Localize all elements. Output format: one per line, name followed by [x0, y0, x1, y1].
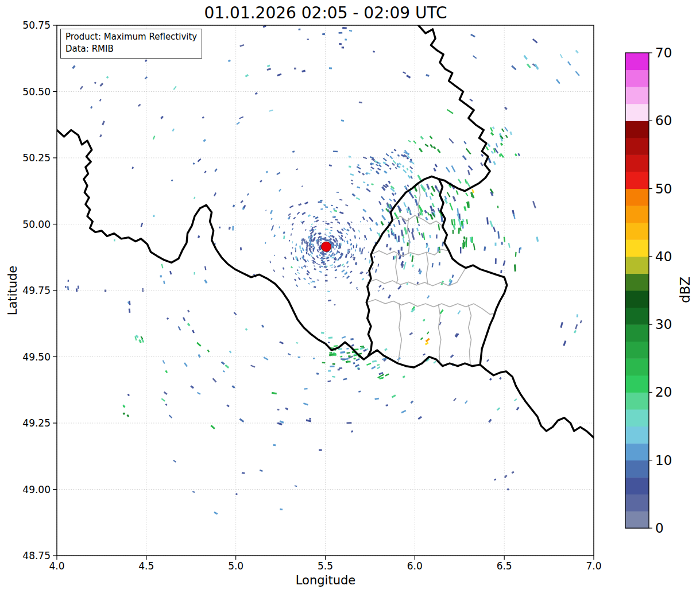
echo-cluster-ne-green-small — [408, 135, 436, 152]
radar-figure: 4.04.55.05.56.06.57.050.7550.5050.2550.0… — [0, 0, 700, 597]
echo-cluster-sw-green-spot — [122, 405, 129, 417]
y-tick-label: 50.50 — [22, 86, 51, 98]
echo-cluster-nw-scatter — [99, 74, 249, 231]
echo-cluster-far-nw — [72, 59, 147, 108]
echo-cluster-north-band — [329, 150, 415, 191]
echo-cluster-right-low — [494, 471, 514, 491]
colorbar: 010203040506070 — [625, 45, 672, 536]
colorbar-label: dBZ — [678, 277, 693, 303]
x-axis-label: Longitude — [57, 573, 594, 587]
echo-cluster-sw-teal-spot — [134, 336, 144, 343]
echo-cluster-south-border — [298, 332, 388, 378]
echo-cluster-right-mid — [560, 314, 582, 346]
y-tick-label: 50.75 — [22, 20, 51, 31]
x-tick-label: 6.0 — [407, 560, 423, 572]
y-tick-label: 49.25 — [22, 417, 51, 429]
echo-cluster-west-scatter — [105, 223, 207, 338]
radar-echoes — [65, 25, 582, 514]
x-tick-label: 4.5 — [138, 560, 154, 572]
colorbar-tick-label: 10 — [655, 453, 672, 468]
echo-cluster-left-edge-spot — [65, 280, 79, 292]
axis-tick-labels: 4.04.55.05.56.06.57.050.7550.5050.2550.0… — [22, 20, 601, 572]
data-source-line: Data: RMIB — [65, 43, 197, 55]
echo-cluster-bottom-sparse — [173, 460, 297, 515]
product-info-box: Product: Maximum Reflectivity Data: RMIB — [60, 29, 202, 59]
echo-cluster-radar-clutter — [214, 168, 404, 305]
product-line: Product: Maximum Reflectivity — [65, 31, 197, 43]
y-tick-label: 49.50 — [22, 351, 51, 363]
echo-cluster-south-border-green-e — [346, 347, 363, 362]
gridlines — [57, 25, 594, 556]
y-tick-label: 50.25 — [22, 152, 51, 164]
y-tick-label: 49.75 — [22, 285, 51, 296]
echo-cluster-ne-top — [470, 34, 539, 70]
echo-cluster-lux-north — [369, 164, 462, 272]
echo-cluster-ne-green-a — [456, 181, 475, 211]
x-tick-label: 5.5 — [318, 560, 333, 572]
colorbar-tick-label: 30 — [655, 317, 672, 332]
y-tick-label: 50.00 — [22, 219, 51, 230]
echo-cluster-south-scatter — [212, 349, 422, 451]
x-tick-label: 7.0 — [586, 560, 601, 572]
colorbar-tick-label: 0 — [655, 521, 664, 536]
x-tick-label: 4.0 — [49, 560, 64, 572]
echo-cluster-ne-green-c — [462, 237, 473, 249]
echo-cluster-top-mid — [298, 29, 374, 53]
y-axis-label: Latitude — [6, 266, 20, 315]
echo-cluster-sw-scatter — [127, 272, 299, 429]
radar-map-canvas: 4.04.55.05.56.06.57.050.7550.5050.2550.0… — [0, 0, 700, 597]
echo-cluster-nw-of-radar — [239, 116, 321, 235]
y-tick-label: 48.75 — [22, 550, 51, 561]
colorbar-tick-label: 50 — [655, 181, 672, 196]
figure-title: 01.01.2026 02:05 - 02:09 UTC — [57, 3, 594, 22]
echo-cluster-e-of-lux — [490, 192, 539, 273]
colorbar-tick-label: 70 — [655, 45, 672, 60]
x-tick-label: 5.0 — [228, 560, 243, 572]
y-tick-label: 49.00 — [22, 484, 51, 495]
x-tick-label: 6.5 — [497, 560, 512, 572]
colorbar-tick-label: 20 — [655, 385, 672, 400]
colorbar-tick-label: 60 — [655, 113, 672, 128]
colorbar-tick-label: 40 — [655, 249, 672, 264]
echo-cluster-se-scatter — [397, 333, 519, 422]
echo-cluster-se-green-spot — [377, 372, 389, 379]
echo-cluster-ne-corner — [556, 50, 580, 84]
echo-cluster-lux-south-spot — [420, 331, 430, 345]
radar-site-marker — [322, 242, 331, 251]
axis-ticks — [53, 25, 594, 560]
region-borders — [367, 183, 495, 365]
